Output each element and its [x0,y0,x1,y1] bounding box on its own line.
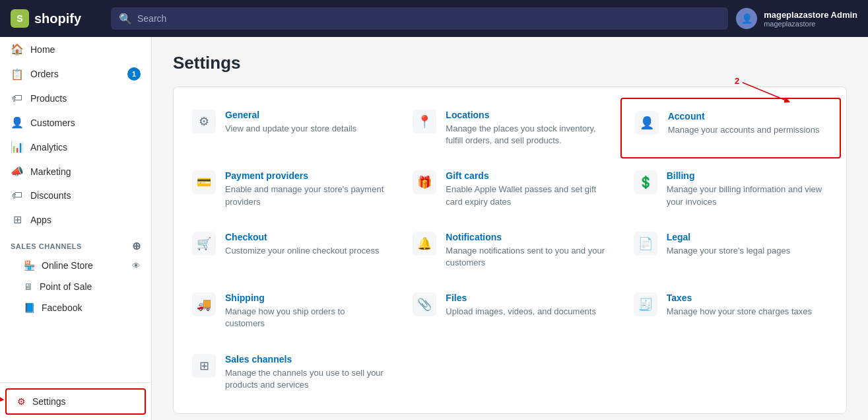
settings-card-gift-cards[interactable]: 🎁 Gift cards Enable Apple Wallet passes … [399,158,620,219]
general-title: General [225,110,386,120]
payment-providers-text: Payment providers Enable and manage your… [225,170,386,207]
sales-channels-icon: ⊞ [192,354,216,378]
gift-cards-text: Gift cards Enable Apple Wallet passes an… [446,170,607,207]
search-bar[interactable]: 🔍 [111,7,728,30]
taxes-icon: 🧾 [634,293,657,316]
legal-title: Legal [667,232,828,242]
main-layout: 🏠 Home 📋 Orders 1 🏷 Products 👤 Customers… [0,37,868,420]
notifications-text: Notifications Manage notifications sent … [446,232,607,269]
shopify-logo[interactable]: S shopify [11,9,103,28]
sidebar-item-marketing[interactable]: 📣 Marketing [0,159,151,184]
shipping-title: Shipping [225,293,386,303]
files-icon: 📎 [413,293,436,316]
taxes-text: Taxes Manage how your store charges taxe… [667,293,828,318]
settings-section: ⚙ Settings 1 [0,382,151,420]
settings-card-billing[interactable]: 💲 Billing Manage your billing informatio… [620,158,841,219]
settings-label: Settings [32,396,66,407]
settings-card-general[interactable]: ⚙ General View and update your store det… [179,98,399,158]
settings-card-payment-providers[interactable]: 💳 Payment providers Enable and manage yo… [179,158,399,219]
settings-card-notifications[interactable]: 🔔 Notifications Manage notifications sen… [399,220,620,281]
discounts-icon: 🏷 [11,190,24,201]
files-title: Files [446,293,607,303]
shipping-description: Manage how you ship orders to customers [225,306,386,330]
shipping-text: Shipping Manage how you ship orders to c… [225,293,386,330]
settings-card-taxes[interactable]: 🧾 Taxes Manage how your store charges ta… [620,281,841,341]
settings-card-shipping[interactable]: 🚚 Shipping Manage how you ship orders to… [179,281,399,341]
taxes-description: Manage how your store charges taxes [667,306,828,318]
sidebar-label-customers: Customers [30,118,75,128]
taxes-title: Taxes [667,293,828,303]
add-sales-channel-icon[interactable]: ⊕ [132,240,141,252]
user-name: mageplazastore Admin [764,10,857,20]
point-of-sale-icon: 🖥 [24,281,33,292]
search-icon: 🔍 [119,13,132,25]
notifications-description: Manage notifications sent to you and you… [446,245,607,269]
gift-cards-description: Enable Apple Wallet passes and set gift … [446,184,607,207]
sidebar-label-facebook: Facebook [42,302,82,313]
files-text: Files Upload images, videos, and documen… [446,293,607,318]
sidebar-label-discounts: Discounts [30,190,71,201]
legal-icon: 📄 [634,232,657,256]
shopify-wordmark: shopify [34,11,81,26]
checkout-icon: 🛒 [192,232,216,256]
analytics-icon: 📊 [11,141,24,153]
facebook-icon: 📘 [24,302,35,313]
sidebar-label-apps: Apps [30,215,51,225]
settings-grid: ⚙ General View and update your store det… [179,98,841,403]
settings-card-checkout[interactable]: 🛒 Checkout Customize your online checkou… [179,220,399,281]
notifications-title: Notifications [446,232,607,242]
account-title: Account [668,111,826,122]
payment-providers-title: Payment providers [225,170,386,181]
sidebar-item-facebook[interactable]: 📘 Facebook [0,297,151,318]
sidebar-label-marketing: Marketing [30,166,71,177]
settings-card-locations[interactable]: 📍 Locations Manage the places you stock … [399,98,620,158]
home-icon: 🏠 [11,43,24,55]
locations-title: Locations [446,110,607,120]
settings-card-legal[interactable]: 📄 Legal Manage your store's legal pages [620,220,841,281]
search-input[interactable] [137,13,720,24]
general-text: General View and update your store detai… [225,110,386,135]
account-description: Manage your accounts and permissions [668,124,826,136]
settings-card-sales-channels[interactable]: ⊞ Sales channels Manage the channels you… [179,342,399,403]
orders-icon: 📋 [11,68,24,81]
sidebar-item-products[interactable]: 🏷 Products [0,87,151,110]
settings-button[interactable]: ⚙ Settings 1 [5,388,146,415]
notifications-icon: 🔔 [413,232,436,256]
sidebar-item-online-store[interactable]: 🏪 Online Store 👁 [0,255,151,276]
sidebar-item-discounts[interactable]: 🏷 Discounts [0,184,151,207]
billing-description: Manage your billing information and view… [667,184,828,207]
sidebar-item-apps[interactable]: ⊞ Apps [0,207,151,232]
locations-text: Locations Manage the places you stock in… [446,110,607,147]
user-menu[interactable]: 👤 mageplazastore Admin mageplazastore [736,8,857,29]
user-info: mageplazastore Admin mageplazastore [764,10,857,28]
general-icon: ⚙ [192,110,216,133]
settings-gear-icon: ⚙ [17,396,26,407]
legal-text: Legal Manage your store's legal pages [667,232,828,257]
sidebar-label-products: Products [30,93,67,104]
online-store-eye-icon[interactable]: 👁 [132,261,141,271]
settings-card-account[interactable]: 👤 Account Manage your accounts and permi… [620,98,841,158]
payment-providers-description: Enable and manage your store's payment p… [225,184,386,207]
user-store: mageplazastore [764,20,857,28]
svg-line-1 [0,397,1,400]
sidebar-label-analytics: Analytics [30,142,67,153]
billing-text: Billing Manage your billing information … [667,170,828,207]
locations-icon: 📍 [413,110,436,133]
shipping-icon: 🚚 [192,293,216,316]
settings-card-files[interactable]: 📎 Files Upload images, videos, and docum… [399,281,620,341]
sidebar-item-orders[interactable]: 📋 Orders 1 [0,61,151,87]
svg-text:2: 2 [735,76,739,86]
sidebar-item-point-of-sale[interactable]: 🖥 Point of Sale [0,276,151,297]
sidebar-item-home[interactable]: 🏠 Home [0,37,151,61]
shopify-bag-icon: S [11,9,29,28]
sidebar-label-home: Home [30,44,55,55]
sales-channels-label: SALES CHANNELS [11,242,82,250]
sidebar-item-customers[interactable]: 👤 Customers [0,110,151,135]
annotation-arrow-1: 1 [0,392,8,411]
checkout-text: Checkout Customize your online checkout … [225,232,386,257]
account-icon: 👤 [635,111,659,135]
account-text: Account Manage your accounts and permiss… [668,111,826,136]
sidebar-item-analytics[interactable]: 📊 Analytics [0,135,151,159]
files-description: Upload images, videos, and documents [446,306,607,318]
products-icon: 🏷 [11,92,24,104]
